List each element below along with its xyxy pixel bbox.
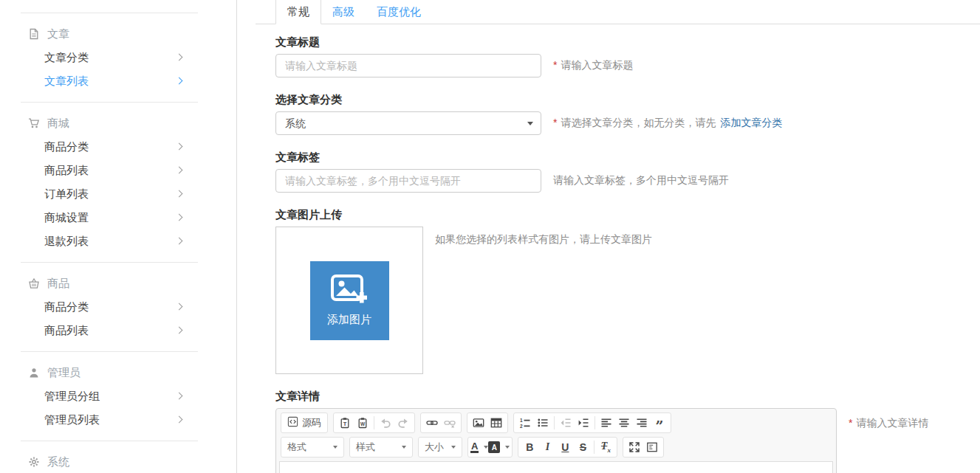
text-color-button[interactable]: A bbox=[470, 438, 488, 456]
rich-text-editor: 源码 T W bbox=[275, 408, 837, 473]
svg-text:2: 2 bbox=[520, 424, 523, 429]
source-button[interactable]: 源码 bbox=[284, 414, 325, 432]
tab-advanced[interactable]: 高级 bbox=[321, 0, 366, 24]
chevron-right-icon bbox=[176, 54, 183, 61]
italic-button[interactable]: I bbox=[538, 438, 556, 456]
insert-table-button[interactable] bbox=[487, 414, 505, 432]
align-left-button[interactable] bbox=[597, 414, 615, 432]
bold-button[interactable]: B bbox=[521, 438, 538, 456]
undo-button[interactable] bbox=[377, 414, 394, 432]
dropdown-caret-icon bbox=[402, 446, 406, 449]
svg-text:W: W bbox=[360, 421, 366, 427]
chevron-right-icon bbox=[176, 167, 183, 174]
sidebar-section-goods: 商品 商品分类 商品列表 bbox=[0, 272, 236, 342]
field-article-detail: 文章详情 源码 bbox=[275, 390, 980, 473]
chevron-right-icon bbox=[176, 393, 183, 400]
article-category-select[interactable]: 系统 bbox=[275, 111, 541, 135]
remove-format-button[interactable]: Tx bbox=[597, 438, 614, 456]
sidebar-item-goods-list[interactable]: 商品列表 bbox=[0, 319, 236, 342]
add-category-link[interactable]: 添加文章分类 bbox=[720, 117, 782, 128]
sidebar-item-admin-groups[interactable]: 管理员分组 bbox=[0, 384, 236, 408]
sidebar-item-article-list[interactable]: 文章列表 bbox=[0, 69, 236, 93]
chevron-right-icon bbox=[176, 214, 183, 221]
tab-general[interactable]: 常规 bbox=[275, 0, 321, 24]
increase-indent-button[interactable] bbox=[575, 414, 592, 432]
divider bbox=[21, 102, 198, 103]
chevron-right-icon bbox=[176, 77, 183, 85]
field-article-image: 文章图片上传 添加图片 如果您选择的列表样式有图片，请上传文章图片 bbox=[275, 209, 980, 374]
sidebar-item-refund-list[interactable]: 退款列表 bbox=[0, 229, 236, 253]
sidebar-section-system: 系统 基本信息 bbox=[0, 450, 236, 473]
sidebar-group-admin[interactable]: 管理员 bbox=[0, 361, 236, 384]
redo-button[interactable] bbox=[394, 414, 412, 432]
toolbar-group-clipboard: T W bbox=[333, 412, 415, 433]
background-color-button[interactable]: A bbox=[488, 438, 510, 456]
align-center-button[interactable] bbox=[615, 414, 633, 432]
divider bbox=[21, 13, 198, 13]
toolbar-group-links bbox=[420, 412, 462, 433]
article-detail-hint: *请输入文章详情 bbox=[849, 408, 928, 430]
chevron-right-icon bbox=[176, 416, 183, 424]
article-detail-label: 文章详情 bbox=[275, 390, 980, 402]
strikethrough-button[interactable]: S bbox=[574, 438, 592, 456]
styles-dropdown[interactable]: 样式 bbox=[349, 437, 413, 458]
toolbar-separator bbox=[374, 416, 374, 429]
required-asterisk: * bbox=[553, 59, 557, 71]
quote-icon: ” bbox=[656, 416, 664, 429]
sidebar-item-product-list[interactable]: 商品列表 bbox=[0, 159, 236, 182]
underline-button[interactable]: U bbox=[556, 438, 574, 456]
blockquote-button[interactable]: ” bbox=[651, 414, 668, 432]
editor-toolbar-row-1: 源码 T W bbox=[281, 412, 832, 433]
editor-content-area[interactable] bbox=[279, 461, 833, 473]
code-brackets-icon bbox=[287, 416, 298, 429]
decrease-indent-button[interactable] bbox=[557, 414, 575, 432]
article-tags-input[interactable] bbox=[275, 169, 541, 193]
sidebar-group-system[interactable]: 系统 bbox=[0, 450, 236, 473]
main-content: 常规 高级 百度优化 文章标题 *请输入文章标题 选择文章分类 系统 bbox=[237, 0, 980, 473]
sidebar-item-goods-categories[interactable]: 商品分类 bbox=[0, 295, 236, 319]
sidebar-item-product-categories[interactable]: 商品分类 bbox=[0, 135, 236, 159]
toolbar-separator bbox=[554, 416, 555, 429]
sidebar-group-mall[interactable]: 商城 bbox=[0, 111, 236, 135]
sidebar-group-label: 商城 bbox=[47, 117, 69, 131]
chevron-right-icon bbox=[176, 327, 183, 334]
font-size-dropdown[interactable]: 大小 bbox=[418, 437, 462, 458]
unlink-button[interactable] bbox=[441, 414, 459, 432]
toolbar-group-basicstyles: B I U S Tx bbox=[518, 437, 617, 458]
add-image-button[interactable]: 添加图片 bbox=[310, 261, 389, 340]
dropdown-caret-icon bbox=[333, 446, 337, 449]
svg-text:T: T bbox=[343, 421, 347, 427]
article-title-input[interactable] bbox=[275, 54, 541, 77]
text-color-icon: A bbox=[470, 441, 479, 453]
show-blocks-button[interactable] bbox=[643, 438, 661, 456]
sidebar-item-article-categories[interactable]: 文章分类 bbox=[0, 46, 236, 69]
sidebar-item-admin-list[interactable]: 管理员列表 bbox=[0, 408, 236, 432]
align-right-button[interactable] bbox=[633, 414, 651, 432]
format-dropdown[interactable]: 格式 bbox=[281, 437, 344, 458]
insert-image-button[interactable] bbox=[470, 414, 487, 432]
article-title-hint: *请输入文章标题 bbox=[553, 59, 633, 72]
add-image-button-label: 添加图片 bbox=[327, 313, 371, 327]
sidebar-item-order-list[interactable]: 订单列表 bbox=[0, 182, 236, 206]
tab-baidu-seo[interactable]: 百度优化 bbox=[366, 0, 432, 24]
field-article-title: 文章标题 *请输入文章标题 bbox=[275, 36, 980, 77]
toolbar-group-source: 源码 bbox=[281, 412, 328, 433]
toolbar-group-tools bbox=[623, 437, 664, 458]
maximize-button[interactable] bbox=[626, 438, 643, 456]
sidebar-item-mall-settings[interactable]: 商城设置 bbox=[0, 206, 236, 229]
svg-text:1: 1 bbox=[520, 418, 523, 423]
field-article-tags: 文章标签 请输入文章标签，多个用中文逗号隔开 bbox=[275, 151, 980, 193]
sidebar-group-goods[interactable]: 商品 bbox=[0, 272, 236, 295]
sidebar-group-label: 文章 bbox=[47, 27, 69, 41]
dropdown-caret-icon bbox=[505, 446, 510, 449]
numbered-list-button[interactable]: 12 bbox=[516, 414, 534, 432]
paste-from-word-button[interactable]: W bbox=[354, 414, 371, 432]
paste-as-text-button[interactable]: T bbox=[336, 414, 354, 432]
sidebar-group-article[interactable]: 文章 bbox=[0, 22, 236, 46]
cart-icon bbox=[28, 117, 40, 129]
editor-toolbar-row-2: 格式 样式 大小 bbox=[281, 437, 832, 458]
bulleted-list-button[interactable] bbox=[534, 414, 552, 432]
article-form: 文章标题 *请输入文章标题 选择文章分类 系统 *请选择文章分类，如无分类，请先… bbox=[256, 24, 980, 473]
link-button[interactable] bbox=[423, 414, 441, 432]
article-image-hint: 如果您选择的列表样式有图片，请上传文章图片 bbox=[435, 227, 652, 246]
